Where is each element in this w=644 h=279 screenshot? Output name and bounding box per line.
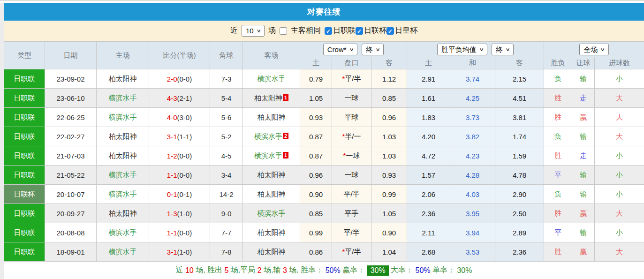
handicap-result-cell: 输 <box>572 166 595 185</box>
corners-cell: 7-3 <box>210 69 243 89</box>
avg-home: 2.06 <box>407 185 450 204</box>
avg-home: 1.57 <box>407 166 450 185</box>
league-badge: 日职联 <box>4 166 45 185</box>
handicap-result-cell: 走 <box>572 89 595 108</box>
home-team: 横滨水手 <box>97 223 149 242</box>
away-odds: 0.90 <box>371 223 407 242</box>
league-checkbox[interactable]: ✓ <box>325 27 332 35</box>
handicap-cell: 平/半 <box>332 223 371 242</box>
match-date: 20-10-07 <box>45 185 97 204</box>
corners-cell: 3-4 <box>210 166 243 185</box>
avg-time-value: 终 <box>496 45 503 54</box>
result-cell: 胜 <box>544 146 572 166</box>
fulltime-score: 3-1 <box>167 133 177 141</box>
handicap-result-cell: 输 <box>572 127 595 146</box>
fulltime-score: 3-1 <box>167 248 177 256</box>
team-count-badge: 2 <box>283 133 288 139</box>
home-team: 横滨水手 <box>97 108 149 127</box>
handicap-cell: 平手 <box>332 204 371 223</box>
league-checkbox[interactable]: ✓ <box>386 27 394 35</box>
summary-segment: 10 <box>185 266 194 275</box>
halftime-score: (0-0) <box>177 75 192 83</box>
summary-segment: 场,平局 <box>228 265 257 275</box>
avg-away: 4.51 <box>495 89 544 108</box>
league-badge: 日职联 <box>4 242 45 262</box>
goals-result-cell: 大 <box>595 127 644 146</box>
avg-away: 3.81 <box>495 108 544 127</box>
odds-time-select[interactable]: 终 ∨ <box>362 44 384 55</box>
handicap-result-cell: 输 <box>572 223 595 242</box>
avg-away: 1.59 <box>495 146 544 166</box>
subcol-odds-away: 客 <box>371 57 407 69</box>
avg-time-select[interactable]: 终 ∨ <box>492 44 514 55</box>
goals-result-cell: 小 <box>595 223 644 242</box>
avg-home: 4.72 <box>407 146 450 166</box>
handicap-result-cell: 赢 <box>572 108 595 127</box>
score-cell: 2-0(0-0) <box>149 69 210 89</box>
result-cell: 胜 <box>544 108 572 127</box>
scope-select[interactable]: 全场 ∨ <box>579 44 608 55</box>
avg-away: 2.15 <box>495 69 544 89</box>
odds-dropdown-cell: Crow* ∨ 终 ∨ <box>300 42 407 57</box>
same-side-checkbox[interactable] <box>280 27 287 35</box>
avg-type-value: 胜平负均值 <box>441 45 477 54</box>
odds-company-select[interactable]: Crow* ∨ <box>323 44 357 55</box>
league-filter-item[interactable]: ✓日皇杯 <box>386 26 417 36</box>
match-date: 18-09-01 <box>45 242 97 262</box>
handicap-result-cell: 输 <box>572 185 595 204</box>
table-row: 日职联23-09-02柏太阳神2-0(0-0)7-3横滨水手0.79*平/半1.… <box>4 69 644 89</box>
away-odds: 1.04 <box>371 242 407 262</box>
summary-segment: 30% <box>457 266 472 275</box>
fulltime-score: 1-1 <box>167 171 177 179</box>
league-badge: 日职联 <box>4 89 45 108</box>
score-cell: 1-1(0-0) <box>149 223 210 242</box>
handicap-cell: *平/半 <box>332 69 371 89</box>
league-checkbox[interactable]: ✓ <box>356 27 363 35</box>
corners-cell: 7-8 <box>210 242 243 262</box>
table-row: 日职联23-06-10横滨水手4-3(2-1)5-4柏太阳神11.05一球0.8… <box>4 89 644 108</box>
fulltime-score: 0-1 <box>167 190 177 198</box>
halftime-score: (3-0) <box>177 113 192 121</box>
home-odds: 0.79 <box>300 69 332 89</box>
avg-draw: 3.73 <box>450 108 495 127</box>
table-row: 日职联21-05-22横滨水手1-1(0-0)3-4柏太阳神0.96一球0.93… <box>4 166 644 185</box>
summary-segment: 单率： <box>431 265 457 275</box>
avg-dropdown-cell: 胜平负均值 ∨ 终 ∨ <box>407 42 544 57</box>
home-team: 横滨水手 <box>97 185 149 204</box>
corners-cell: 4-5 <box>210 146 243 166</box>
halftime-score: (0-0) <box>177 229 192 237</box>
avg-type-select[interactable]: 胜平负均值 ∨ <box>437 44 487 55</box>
away-odds: 1.05 <box>371 204 407 223</box>
home-team: 柏太阳神 <box>97 127 149 146</box>
summary-segment: 5 <box>225 266 229 275</box>
chevron-down-icon: ∨ <box>256 26 261 35</box>
summary-segment: 近 <box>175 265 185 275</box>
handicap-text: 平/半 <box>345 248 361 256</box>
summary-bar: 近 10 场, 胜出 5 场,平局 2 场,输 3 场, 胜率： 50% 赢率：… <box>4 262 644 279</box>
avg-draw: 4.25 <box>450 89 495 108</box>
goals-result-cell: 大 <box>595 242 644 262</box>
handicap-cell: *半/一 <box>332 127 371 146</box>
avg-away: 2.50 <box>495 204 544 223</box>
handicap-text: 一球 <box>346 151 360 159</box>
league-filter-item[interactable]: ✓日职联 <box>325 26 356 36</box>
home-team: 横滨水手 <box>97 242 149 262</box>
left-gutter <box>0 3 4 279</box>
table-header: 类型 日期 主场 比分(半场) 角球 客场 Crow* ∨ 终 <box>4 42 644 69</box>
away-odds: 0.96 <box>371 108 407 127</box>
avg-home: 2.68 <box>407 242 450 262</box>
handicap-cell: *平/半 <box>332 242 371 262</box>
scope-dropdown-cell: 全场 ∨ <box>544 42 644 57</box>
near-label: 近 <box>230 26 238 36</box>
fulltime-score: 2-0 <box>167 75 177 83</box>
handicap-result-cell: 赢 <box>572 242 595 262</box>
match-count-select[interactable]: 10 ∨ <box>242 25 265 37</box>
home-odds: 0.87 <box>300 127 332 146</box>
odds-company-value: Crow* <box>327 45 347 54</box>
league-filter-item[interactable]: ✓日联杯 <box>356 26 386 36</box>
away-team: 柏太阳神1 <box>243 89 300 108</box>
league-badge: 日职联 <box>4 223 45 242</box>
col-home: 主场 <box>97 42 149 69</box>
away-team: 横滨水手1 <box>243 146 300 166</box>
league-filter-label: 日联杯 <box>364 26 386 36</box>
